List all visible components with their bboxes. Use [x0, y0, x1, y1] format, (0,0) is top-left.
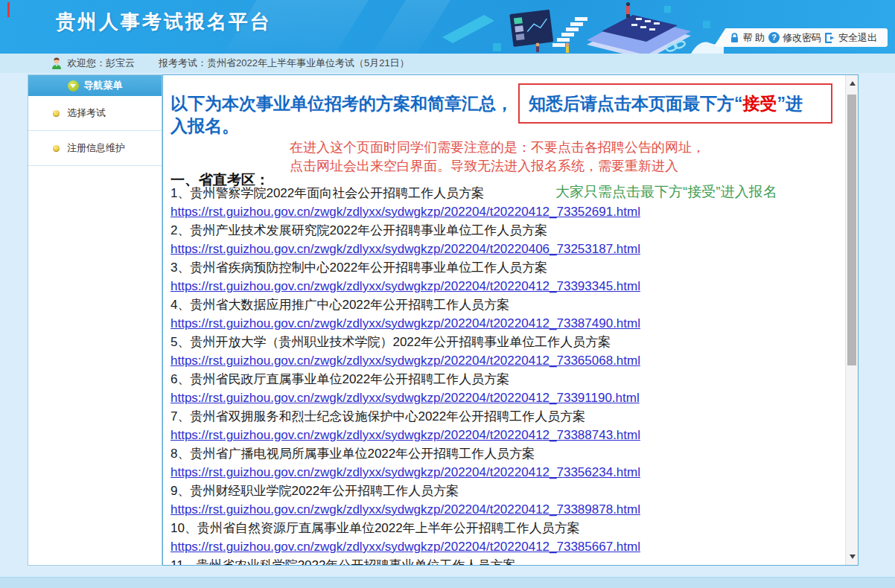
announcement-link[interactable]: https://rst.guizhou.gov.cn/zwgk/zdlyxx/s… — [171, 202, 826, 221]
chevron-down-icon — [68, 80, 79, 92]
list-item: 9、贵州财经职业学院2022年公开招聘工作人员方案 https://rst.gu… — [171, 482, 826, 519]
announcement-title: 3、贵州省疾病预防控制中心2022年公开招聘事业单位工作人员方案 — [171, 258, 826, 277]
help-label: 帮 助 — [742, 31, 765, 45]
list-item: 10、贵州省自然资源厅直属事业单位2022年上半年公开招聘工作人员方案 http… — [171, 519, 826, 556]
announcement-link[interactable]: https://rst.guizhou.gov.cn/zwgk/zdlyxx/s… — [171, 426, 826, 444]
sidebar-nav-menu-header[interactable]: 导航菜单 — [28, 75, 162, 96]
scroll-up-icon[interactable] — [846, 77, 859, 90]
warning-note-line1: 在进入这个页面时同学们需要注意的是：不要点击各招聘公告的网址， — [290, 138, 705, 157]
announcement-title: 10、贵州省自然资源厅直属事业单位2022年上半年公开招聘工作人员方案 — [171, 519, 826, 537]
list-item: 6、贵州省民政厅直属事业单位2022年公开招聘工作人员方案 https://rs… — [171, 370, 826, 407]
scroll-down-icon[interactable] — [846, 550, 859, 563]
announcement-link[interactable]: https://rst.guizhou.gov.cn/zwgk/zdlyxx/s… — [171, 351, 826, 370]
announcement-link[interactable]: https://rst.guizhou.gov.cn/zwgk/zdlyxx/s… — [171, 314, 826, 333]
announcement-title: 7、贵州省双拥服务和烈士纪念设施保护中心2022年公开招聘工作人员方案 — [171, 407, 826, 426]
announcement-title: 2、贵州产业技术发展研究院2022年公开招聘事业单位工作人员方案 — [171, 221, 826, 240]
announcement-title: 8、贵州省广播电视局所属事业单位2022年公开招聘工作人员方案 — [171, 444, 826, 463]
announcement-title: 6、贵州省民政厅直属事业单位2022年公开招聘工作人员方案 — [171, 370, 826, 389]
announcement-title: 9、贵州财经职业学院2022年公开招聘工作人员方案 — [171, 482, 826, 500]
sidebar-item-label: 选择考试 — [67, 106, 106, 120]
sidebar-item-label: 注册信息维护 — [67, 141, 125, 155]
announcement-link[interactable]: https://rst.guizhou.gov.cn/zwgk/zdlyxx/s… — [171, 500, 826, 519]
sidebar: 导航菜单 选择考试 注册信息维护 — [28, 74, 162, 566]
welcome-bar: 欢迎您：彭宝云 报考考试：贵州省2022年上半年事业单位考试（5月21日） — [0, 54, 895, 73]
content-panel: 以下为本次事业单位招考的方案和简章汇总， 知悉后请点击本页面最下方“接受”进 入… — [162, 74, 859, 566]
change-password-label: 修改密码 — [783, 31, 821, 45]
nav-menu-title: 导航菜单 — [84, 79, 123, 92]
accept-highlight: 接受 — [743, 92, 777, 115]
warning-note-line2: 点击网址会出来空白界面。导致无法进入报名系统，需要重新进入 — [290, 157, 678, 176]
list-item: 8、贵州省广播电视局所属事业单位2022年公开招聘工作人员方案 https://… — [171, 444, 826, 482]
logout-button[interactable]: 安全退出 — [825, 31, 877, 45]
announcement-link[interactable]: https://rst.guizhou.gov.cn/zwgk/zdlyxx/s… — [171, 537, 826, 556]
sidebar-item-registration-info[interactable]: 注册信息维护 — [28, 131, 162, 166]
announcement-link[interactable]: https://rst.guizhou.gov.cn/zwgk/zdlyxx/s… — [171, 277, 826, 295]
logout-label: 安全退出 — [838, 31, 877, 45]
list-item: 2、贵州产业技术发展研究院2022年公开招聘事业单位工作人员方案 https:/… — [171, 221, 826, 258]
welcome-user-label: 欢迎您：彭宝云 — [67, 57, 135, 70]
header: 贵州人事考试报名平台 — [0, 0, 895, 54]
list-item: 5、贵州开放大学（贵州职业技术学院）2022年公开招聘事业单位工作人员方案 ht… — [171, 333, 826, 370]
registered-exam-label: 报考考试：贵州省2022年上半年事业单位考试（5月21日） — [159, 57, 410, 70]
announcement-link[interactable]: https://rst.guizhou.gov.cn/zwgk/zdlyxx/s… — [171, 389, 826, 407]
exit-icon — [825, 33, 835, 43]
help-button[interactable]: 帮 助 — [730, 31, 765, 45]
announcement-title: 4、贵州省大数据应用推广中心2022年公开招聘工作人员方案 — [171, 295, 826, 314]
announcement-title: 1、贵州警察学院2022年面向社会公开招聘工作人员方案 — [171, 184, 826, 202]
bullet-dot-icon — [53, 145, 60, 152]
announcement-list: 1、贵州警察学院2022年面向社会公开招聘工作人员方案 https://rst.… — [171, 184, 826, 556]
accept-box-suffix: ”进 — [777, 92, 803, 115]
list-item: 7、贵州省双拥服务和烈士纪念设施保护中心2022年公开招聘工作人员方案 http… — [171, 407, 826, 444]
list-item: 3、贵州省疾病预防控制中心2022年公开招聘事业单位工作人员方案 https:/… — [171, 258, 826, 295]
bullet-dot-icon — [53, 110, 60, 117]
page-title: 贵州人事考试报名平台 — [56, 9, 272, 35]
scrollbar-thumb[interactable] — [847, 95, 856, 365]
accept-callout-box: 知悉后请点击本页面最下方“接受”进 — [518, 83, 832, 124]
sidebar-item-select-exam[interactable]: 选择考试 — [28, 96, 162, 131]
change-password-button[interactable]: ? 修改密码 — [768, 31, 821, 45]
footer-strip — [0, 577, 895, 588]
header-illustration — [441, 0, 724, 54]
user-avatar-icon — [51, 57, 63, 70]
announcement-title: 5、贵州开放大学（贵州职业技术学院）2022年公开招聘事业单位工作人员方案 — [171, 333, 826, 351]
accept-box-prefix: 知悉后请点击本页面最下方“ — [529, 92, 743, 115]
lock-icon — [730, 33, 739, 43]
header-action-bar: 帮 助 ? 修改密码 安全退出 — [713, 28, 888, 47]
content-scrollbar[interactable] — [845, 75, 858, 565]
announcement-title-clipped: 11、贵州省农业科学院2022年公开招聘事业单位工作人员方案 — [171, 556, 515, 566]
list-item: 1、贵州警察学院2022年面向社会公开招聘工作人员方案 https://rst.… — [171, 184, 826, 221]
notice-heading-line1: 以下为本次事业单位招考的方案和简章汇总， — [171, 91, 513, 116]
announcement-link[interactable]: https://rst.guizhou.gov.cn/zwgk/zdlyxx/s… — [171, 240, 826, 258]
notice-heading-line2: 入报名。 — [171, 113, 239, 138]
announcement-link[interactable]: https://rst.guizhou.gov.cn/zwgk/zdlyxx/s… — [171, 463, 826, 482]
question-icon: ? — [768, 32, 780, 43]
header-red-mark — [7, 2, 10, 17]
list-item: 4、贵州省大数据应用推广中心2022年公开招聘工作人员方案 https://rs… — [171, 295, 826, 333]
